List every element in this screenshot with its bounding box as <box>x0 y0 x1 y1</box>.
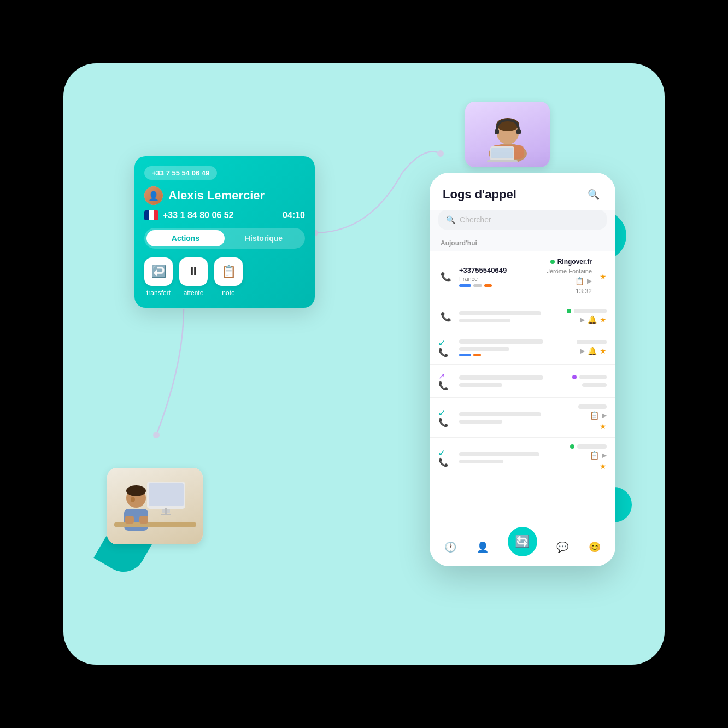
svg-rect-23 <box>139 516 148 524</box>
search-placeholder: Chercher <box>460 215 491 224</box>
call-actions: ↩️ transfert ⏸ attente 📋 note <box>144 257 305 297</box>
incoming-call-icon: 📞 <box>441 272 451 282</box>
call-meta-2: ▶ 🔔 ★ <box>567 309 607 324</box>
call-log-item[interactable]: ↗📞 <box>430 365 615 398</box>
clock-icon: 🕐 <box>443 539 458 555</box>
play-3[interactable]: ▶ <box>580 347 585 355</box>
call-type-icon: 📞 <box>438 312 454 322</box>
call-log-item[interactable]: 📞 ▶ 🔔 ★ <box>430 302 615 331</box>
dot-green-6 <box>570 444 574 449</box>
search-bar[interactable]: 🔍 Chercher <box>438 210 607 230</box>
call-type-icon-4: ↗📞 <box>438 371 454 391</box>
star-icon[interactable]: ★ <box>600 272 607 281</box>
svg-rect-15 <box>165 508 167 514</box>
nav-profile[interactable]: 😊 <box>587 539 602 555</box>
call-time: 13:32 <box>576 287 592 295</box>
play-6[interactable]: ▶ <box>602 451 607 459</box>
note-6[interactable]: 📋 <box>590 451 599 460</box>
call-type-icon-6: ↙📞 <box>438 448 454 467</box>
star-3[interactable]: ★ <box>600 347 607 355</box>
agent-photo-bottom <box>107 468 203 544</box>
gray-bar-3 <box>459 339 543 344</box>
call-type-icon-5: ↙📞 <box>438 408 454 427</box>
caller-name-row: 👤 Alexis Lemercier <box>144 186 305 205</box>
call-tabs: Actions Historique <box>144 228 305 249</box>
play-icon-2[interactable]: ▶ <box>580 316 585 324</box>
search-button[interactable]: 🔍 <box>585 186 602 203</box>
action-transfer[interactable]: ↩️ transfert <box>144 257 173 297</box>
tags-3 <box>459 354 571 356</box>
search-icon: 🔍 <box>446 215 455 224</box>
action-hold[interactable]: ⏸ attente <box>179 257 208 297</box>
play-icon[interactable]: ▶ <box>587 277 592 285</box>
star-5[interactable]: ★ <box>600 422 607 431</box>
play-5[interactable]: ▶ <box>602 412 607 419</box>
call-meta: Ringover.fr Jérôme Fontaine 📋 ▶ 13:32 <box>547 258 592 295</box>
call-log-item[interactable]: ↙📞 📋 ▶ ★ <box>430 438 615 477</box>
nav-history[interactable]: 🕐 <box>443 539 458 555</box>
call-tags <box>459 284 541 287</box>
caller-avatar: 👤 <box>144 186 163 205</box>
note-5[interactable]: 📋 <box>590 411 599 420</box>
svg-rect-8 <box>516 129 521 134</box>
number-with-flag: +33 1 84 80 06 52 <box>144 210 233 220</box>
meta-4 <box>572 375 607 387</box>
tab-actions[interactable]: Actions <box>146 230 225 246</box>
phone-app-header: Logs d'appel 🔍 <box>430 173 615 210</box>
company-row: Ringover.fr <box>550 258 592 266</box>
gray-meta-5 <box>578 404 607 409</box>
tag-blue <box>459 284 471 287</box>
nav-dialpad[interactable]: 🔄 <box>508 538 537 556</box>
caller-number: +33 1 84 80 06 52 <box>163 210 233 220</box>
star-icon-2[interactable]: ★ <box>600 315 607 324</box>
tab-history[interactable]: Historique <box>225 230 303 246</box>
call-info-gray <box>459 311 561 322</box>
bell-icon[interactable]: 🔔 <box>588 315 597 324</box>
avatar-icon: 😊 <box>587 539 602 555</box>
call-info: +33755540649 France <box>459 266 541 287</box>
call-info-3 <box>459 339 571 356</box>
star-6[interactable]: ★ <box>600 462 607 471</box>
scene: +33 7 55 54 06 49 👤 Alexis Lemercier +33… <box>63 63 665 665</box>
call-log-item[interactable]: 📞 +33755540649 France Ringover.fr <box>430 251 615 302</box>
incoming-5: ↙📞 <box>438 408 454 427</box>
svg-rect-11 <box>487 160 518 162</box>
bottom-nav: 🕐 👤 🔄 💬 😊 <box>430 530 615 566</box>
call-log-item[interactable]: ↙📞 ▶ 🔔 ★ <box>430 331 615 365</box>
tag-orange <box>484 284 492 287</box>
refresh-icon: 🔄 <box>508 527 537 556</box>
nav-messages[interactable]: 💬 <box>555 539 570 555</box>
chat-icon: 💬 <box>555 539 570 555</box>
gray-6b <box>459 460 503 463</box>
svg-rect-22 <box>125 516 134 524</box>
hold-label: attente <box>184 289 204 297</box>
caller-name: Alexis Lemercier <box>168 189 265 203</box>
meta-3: ▶ 🔔 ★ <box>577 340 607 355</box>
action-note[interactable]: 📋 note <box>214 257 243 297</box>
call-info-5 <box>459 412 573 424</box>
gray-6 <box>459 452 539 456</box>
call-type-icon-col: 📞 <box>438 272 454 282</box>
outgoing-icon: 📞 <box>441 312 451 322</box>
gray-bar-name <box>459 311 541 315</box>
svg-point-20 <box>131 497 135 502</box>
caller-number-row: +33 1 84 80 06 52 04:10 <box>144 210 305 220</box>
call-log-list: 📞 +33755540649 France Ringover.fr <box>430 251 615 530</box>
incoming-6: ↙📞 <box>438 448 454 467</box>
tag-orange-3 <box>473 354 481 356</box>
call-info-4 <box>459 375 567 387</box>
gray-4 <box>459 375 543 380</box>
app-title: Logs d'appel <box>443 187 516 202</box>
phone-app: Logs d'appel 🔍 🔍 Chercher Aujourd'hui 📞 … <box>430 173 615 566</box>
svg-rect-10 <box>491 148 513 158</box>
call-action-icons: 📋 ▶ <box>575 277 592 285</box>
gray-company <box>574 309 607 313</box>
bell-3[interactable]: 🔔 <box>588 347 597 355</box>
agent-name: Jérôme Fontaine <box>547 268 592 274</box>
gray-5 <box>459 412 541 416</box>
svg-point-1 <box>153 432 160 438</box>
nav-contacts[interactable]: 👤 <box>475 539 490 555</box>
svg-rect-7 <box>495 129 499 134</box>
call-log-item[interactable]: ↙📞 📋 ▶ ★ <box>430 398 615 438</box>
note-icon[interactable]: 📋 <box>575 277 584 285</box>
